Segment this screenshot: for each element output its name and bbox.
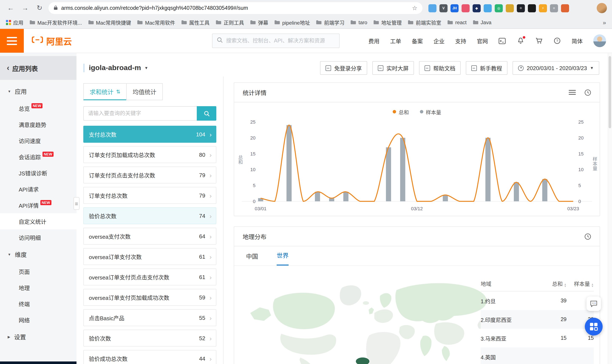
bookmark-item[interactable]: 弹幕 [250, 19, 268, 26]
extension-lightning[interactable]: ⚡ [539, 4, 547, 12]
feedback-chat-button[interactable] [586, 297, 601, 311]
menu-item-icp[interactable]: 备案 [412, 37, 423, 45]
world-map[interactable] [239, 268, 493, 364]
extension-jh[interactable]: JH [451, 4, 459, 12]
user-avatar[interactable] [593, 34, 606, 47]
scrollbar-thumb[interactable] [609, 56, 611, 128]
bookmark-item[interactable]: 地址管理 [373, 19, 402, 26]
extension-gold[interactable] [506, 4, 514, 12]
sidebar-item[interactable]: 网络 [0, 312, 77, 328]
menu-item-support[interactable]: 支持 [455, 37, 466, 45]
bookmark-item[interactable]: 正则工具 [215, 19, 244, 26]
menu-item-website[interactable]: 官网 [477, 37, 488, 45]
column-sample[interactable]: 样本量▲▼ [567, 279, 594, 287]
bookmark-item[interactable]: taro [350, 19, 367, 25]
bookmarks-overflow-chevron[interactable]: » [599, 19, 606, 26]
sidebar-item[interactable]: 满意度趋势 [0, 116, 77, 132]
metric-item[interactable]: 订单支付总次数 79 [83, 187, 216, 204]
address-bar[interactable]: ☆ [48, 2, 423, 14]
notifications-bell-icon[interactable] [517, 37, 524, 45]
metric-item[interactable]: 验价总次数 74 [83, 207, 216, 224]
sidebar-item[interactable]: 页面 [0, 263, 77, 279]
menu-item-enterprise[interactable]: 企业 [434, 37, 445, 45]
sidebar-collapse-handle[interactable] [74, 197, 80, 210]
bookmark-item[interactable]: 属性工具 [181, 19, 210, 26]
url-input[interactable] [61, 5, 409, 11]
metric-search-input[interactable] [83, 106, 197, 121]
extension-colorful[interactable] [561, 4, 569, 12]
toolbar-button[interactable]: 实时大屏 [373, 61, 414, 75]
aliyun-logo[interactable]: 阿里云 [31, 35, 72, 47]
toolbar-button[interactable]: 免登录分享 [320, 61, 367, 75]
bookmark-item[interactable]: 应用 [6, 19, 23, 26]
extension-pink[interactable] [462, 4, 470, 12]
geo-table-row[interactable]: 1.约旦 39 39 [481, 291, 594, 310]
language-selector[interactable]: 简体 [572, 37, 583, 45]
bookmark-star-icon[interactable]: ☆ [412, 5, 417, 12]
date-range-picker[interactable]: 2020/03/01 - 2020/03/23 ▼ [513, 61, 599, 75]
extension-v[interactable]: V [439, 4, 448, 12]
back-button[interactable]: ← [5, 2, 16, 13]
metric-item[interactable]: 验价成功总次数 44 [83, 350, 216, 364]
toolbar-button[interactable]: 新手教程 [466, 61, 508, 75]
cloudshell-icon[interactable] [499, 37, 506, 45]
sidebar-section-application[interactable]: ▼ 应用 [0, 82, 77, 100]
metric-item[interactable]: oversea订单支付次数 61 [83, 248, 216, 265]
sidebar-item[interactable]: API详情 NEW [0, 197, 77, 213]
geo-table-row[interactable]: 2.印度尼西亚 29 29 [481, 310, 594, 329]
legend-item[interactable]: 总和 [393, 108, 409, 115]
history-clock-icon[interactable] [584, 233, 591, 240]
browser-profile-avatar[interactable] [597, 3, 607, 13]
sidebar-item[interactable]: 会话追踪 NEW [0, 149, 77, 165]
bookmark-item[interactable]: Mac常用快捷键 [88, 19, 131, 26]
metric-search-button[interactable] [197, 106, 216, 121]
console-search-input[interactable] [226, 38, 335, 44]
sort-icon[interactable]: ⇅ [116, 89, 120, 94]
bookmark-item[interactable]: react [447, 19, 466, 25]
sidebar-item[interactable]: 访问速度 [0, 132, 77, 149]
sidebar-item[interactable]: 地理 [0, 279, 77, 296]
cart-icon[interactable] [535, 37, 543, 45]
stats-chart[interactable]: 总和 0055101015152020252503/0103/1203/23 样… [234, 118, 600, 216]
bookmark-item[interactable]: Mac常用软件 [137, 19, 175, 26]
sidebar-item[interactable]: JS错误诊断 [0, 165, 77, 181]
chart-canvas[interactable]: 0055101015152020252503/0103/1203/23 [238, 118, 596, 213]
extension-notes[interactable]: ≡ [550, 4, 558, 12]
scrollbar-track[interactable] [608, 53, 612, 364]
sidebar-item[interactable]: API请求 [0, 181, 77, 197]
extension-navy-diamond[interactable]: ◆ [473, 4, 481, 12]
geo-table-row[interactable]: 4.英国 [481, 347, 594, 364]
list-view-icon[interactable] [569, 90, 576, 95]
toolbar-button[interactable]: 帮助文档 [419, 61, 461, 75]
sidebar-item[interactable]: 终端 [0, 296, 77, 312]
column-sum[interactable]: 总和▲▼ [539, 279, 567, 287]
metric-item[interactable]: 订单支付页点击支付总次数 79 [83, 167, 216, 183]
bookmark-item[interactable]: pipeline地址 [274, 19, 310, 26]
extension-kite[interactable] [428, 4, 437, 12]
bookmark-item[interactable]: 前端实验室 [408, 19, 441, 26]
legend-item[interactable]: 样本量 [420, 108, 441, 115]
metric-item[interactable]: 支付总次数 104 [83, 126, 216, 143]
metric-item[interactable]: oversea订单支付页加载成功次数 59 [83, 289, 216, 306]
sort-icon[interactable]: ▲▼ [591, 283, 594, 287]
forward-button[interactable]: → [20, 2, 31, 13]
extension-green-ring[interactable]: ◎ [495, 4, 503, 12]
sidebar-section-dimension[interactable]: ▼ 维度 [0, 246, 77, 263]
extension-bird[interactable] [484, 4, 492, 12]
bookmark-item[interactable]: Mac开发软件环境... [29, 19, 82, 26]
console-search[interactable] [212, 34, 340, 48]
menu-button[interactable] [0, 29, 24, 53]
sidebar-item[interactable]: 访问明细 [0, 229, 77, 246]
tab-sum-statistics[interactable]: 求和统计 ⇅ [83, 83, 127, 100]
history-clock-icon[interactable] [584, 89, 591, 96]
back-to-app-list[interactable]: ‹ 应用列表 [0, 56, 77, 80]
bookmark-item[interactable]: Java [473, 19, 492, 25]
tab-china[interactable]: 中国 [246, 252, 258, 265]
bookmark-item[interactable]: 前端学习 [316, 19, 345, 26]
sidebar-item[interactable]: 自定义统计 [0, 213, 77, 229]
dashboard-quick-button[interactable] [585, 318, 603, 336]
help-icon[interactable]: ? [553, 37, 561, 45]
sidebar-section-settings[interactable]: ▶ 设置 [0, 328, 77, 346]
metric-item[interactable]: 验价次数 52 [83, 330, 216, 347]
extension-react[interactable]: ⚛ [517, 4, 525, 12]
